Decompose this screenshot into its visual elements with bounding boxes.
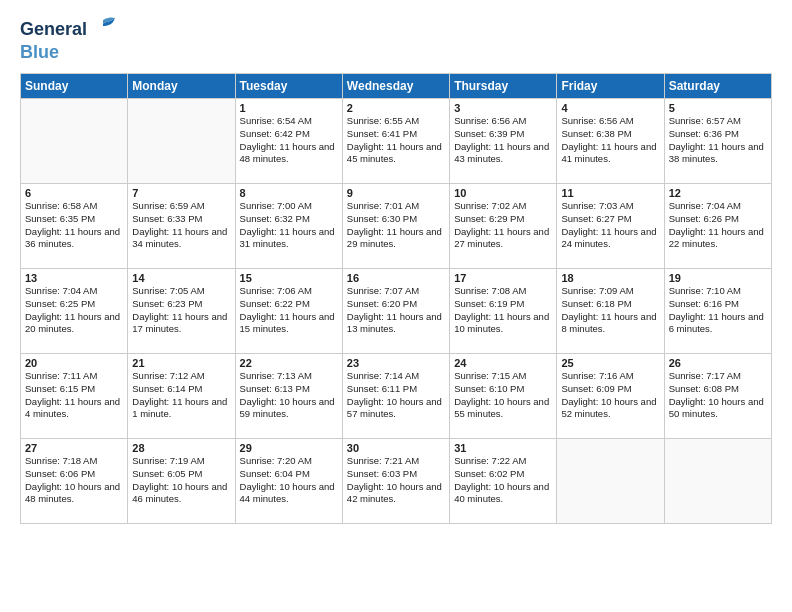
calendar-cell: 11Sunrise: 7:03 AM Sunset: 6:27 PM Dayli… [557,184,664,269]
day-info: Sunrise: 7:21 AM Sunset: 6:03 PM Dayligh… [347,455,445,506]
calendar-week-row: 27Sunrise: 7:18 AM Sunset: 6:06 PM Dayli… [21,439,772,524]
day-info: Sunrise: 7:11 AM Sunset: 6:15 PM Dayligh… [25,370,123,421]
header-wednesday: Wednesday [342,74,449,99]
day-number: 14 [132,272,230,284]
day-number: 23 [347,357,445,369]
day-number: 8 [240,187,338,199]
calendar-cell: 5Sunrise: 6:57 AM Sunset: 6:36 PM Daylig… [664,99,771,184]
day-number: 17 [454,272,552,284]
day-info: Sunrise: 7:10 AM Sunset: 6:16 PM Dayligh… [669,285,767,336]
day-number: 25 [561,357,659,369]
weekday-header-row: Sunday Monday Tuesday Wednesday Thursday… [21,74,772,99]
day-info: Sunrise: 7:22 AM Sunset: 6:02 PM Dayligh… [454,455,552,506]
day-number: 28 [132,442,230,454]
calendar-cell: 26Sunrise: 7:17 AM Sunset: 6:08 PM Dayli… [664,354,771,439]
calendar-cell: 25Sunrise: 7:16 AM Sunset: 6:09 PM Dayli… [557,354,664,439]
day-number: 19 [669,272,767,284]
day-info: Sunrise: 7:06 AM Sunset: 6:22 PM Dayligh… [240,285,338,336]
calendar-cell: 13Sunrise: 7:04 AM Sunset: 6:25 PM Dayli… [21,269,128,354]
day-number: 4 [561,102,659,114]
calendar-cell: 27Sunrise: 7:18 AM Sunset: 6:06 PM Dayli… [21,439,128,524]
calendar-cell: 4Sunrise: 6:56 AM Sunset: 6:38 PM Daylig… [557,99,664,184]
calendar-cell: 2Sunrise: 6:55 AM Sunset: 6:41 PM Daylig… [342,99,449,184]
day-number: 16 [347,272,445,284]
day-info: Sunrise: 7:13 AM Sunset: 6:13 PM Dayligh… [240,370,338,421]
logo-general: General [20,20,87,40]
day-number: 15 [240,272,338,284]
day-number: 31 [454,442,552,454]
calendar-cell: 3Sunrise: 6:56 AM Sunset: 6:39 PM Daylig… [450,99,557,184]
header-friday: Friday [557,74,664,99]
day-info: Sunrise: 6:58 AM Sunset: 6:35 PM Dayligh… [25,200,123,251]
day-info: Sunrise: 7:09 AM Sunset: 6:18 PM Dayligh… [561,285,659,336]
calendar-cell [21,99,128,184]
calendar-cell: 14Sunrise: 7:05 AM Sunset: 6:23 PM Dayli… [128,269,235,354]
day-number: 2 [347,102,445,114]
day-info: Sunrise: 7:03 AM Sunset: 6:27 PM Dayligh… [561,200,659,251]
calendar-cell: 9Sunrise: 7:01 AM Sunset: 6:30 PM Daylig… [342,184,449,269]
calendar-cell: 7Sunrise: 6:59 AM Sunset: 6:33 PM Daylig… [128,184,235,269]
header-sunday: Sunday [21,74,128,99]
header-tuesday: Tuesday [235,74,342,99]
day-number: 26 [669,357,767,369]
day-info: Sunrise: 7:04 AM Sunset: 6:25 PM Dayligh… [25,285,123,336]
calendar-week-row: 13Sunrise: 7:04 AM Sunset: 6:25 PM Dayli… [21,269,772,354]
day-info: Sunrise: 6:54 AM Sunset: 6:42 PM Dayligh… [240,115,338,166]
day-info: Sunrise: 7:20 AM Sunset: 6:04 PM Dayligh… [240,455,338,506]
calendar-cell: 12Sunrise: 7:04 AM Sunset: 6:26 PM Dayli… [664,184,771,269]
calendar-week-row: 6Sunrise: 6:58 AM Sunset: 6:35 PM Daylig… [21,184,772,269]
day-info: Sunrise: 7:14 AM Sunset: 6:11 PM Dayligh… [347,370,445,421]
day-number: 10 [454,187,552,199]
day-info: Sunrise: 7:08 AM Sunset: 6:19 PM Dayligh… [454,285,552,336]
calendar-cell: 23Sunrise: 7:14 AM Sunset: 6:11 PM Dayli… [342,354,449,439]
calendar-cell: 24Sunrise: 7:15 AM Sunset: 6:10 PM Dayli… [450,354,557,439]
day-info: Sunrise: 7:04 AM Sunset: 6:26 PM Dayligh… [669,200,767,251]
day-info: Sunrise: 6:59 AM Sunset: 6:33 PM Dayligh… [132,200,230,251]
day-info: Sunrise: 6:55 AM Sunset: 6:41 PM Dayligh… [347,115,445,166]
day-number: 24 [454,357,552,369]
calendar-week-row: 1Sunrise: 6:54 AM Sunset: 6:42 PM Daylig… [21,99,772,184]
calendar-cell: 18Sunrise: 7:09 AM Sunset: 6:18 PM Dayli… [557,269,664,354]
calendar-cell: 16Sunrise: 7:07 AM Sunset: 6:20 PM Dayli… [342,269,449,354]
day-number: 3 [454,102,552,114]
calendar-cell: 1Sunrise: 6:54 AM Sunset: 6:42 PM Daylig… [235,99,342,184]
day-info: Sunrise: 7:17 AM Sunset: 6:08 PM Dayligh… [669,370,767,421]
day-number: 11 [561,187,659,199]
header: General Blue [20,18,772,63]
calendar-cell: 29Sunrise: 7:20 AM Sunset: 6:04 PM Dayli… [235,439,342,524]
day-info: Sunrise: 7:05 AM Sunset: 6:23 PM Dayligh… [132,285,230,336]
day-number: 30 [347,442,445,454]
day-number: 20 [25,357,123,369]
calendar-cell: 10Sunrise: 7:02 AM Sunset: 6:29 PM Dayli… [450,184,557,269]
header-saturday: Saturday [664,74,771,99]
page: General Blue Sunday Monday Tuesday [0,0,792,534]
day-info: Sunrise: 7:15 AM Sunset: 6:10 PM Dayligh… [454,370,552,421]
day-number: 9 [347,187,445,199]
day-info: Sunrise: 7:01 AM Sunset: 6:30 PM Dayligh… [347,200,445,251]
calendar-cell: 6Sunrise: 6:58 AM Sunset: 6:35 PM Daylig… [21,184,128,269]
calendar-week-row: 20Sunrise: 7:11 AM Sunset: 6:15 PM Dayli… [21,354,772,439]
calendar-cell: 19Sunrise: 7:10 AM Sunset: 6:16 PM Dayli… [664,269,771,354]
calendar-cell: 21Sunrise: 7:12 AM Sunset: 6:14 PM Dayli… [128,354,235,439]
calendar-cell: 28Sunrise: 7:19 AM Sunset: 6:05 PM Dayli… [128,439,235,524]
calendar-cell [664,439,771,524]
day-number: 12 [669,187,767,199]
day-info: Sunrise: 7:02 AM Sunset: 6:29 PM Dayligh… [454,200,552,251]
day-number: 21 [132,357,230,369]
day-info: Sunrise: 6:56 AM Sunset: 6:38 PM Dayligh… [561,115,659,166]
day-number: 13 [25,272,123,284]
day-number: 1 [240,102,338,114]
calendar-cell: 22Sunrise: 7:13 AM Sunset: 6:13 PM Dayli… [235,354,342,439]
day-info: Sunrise: 6:57 AM Sunset: 6:36 PM Dayligh… [669,115,767,166]
day-info: Sunrise: 7:12 AM Sunset: 6:14 PM Dayligh… [132,370,230,421]
day-number: 6 [25,187,123,199]
calendar-table: Sunday Monday Tuesday Wednesday Thursday… [20,73,772,524]
day-info: Sunrise: 6:56 AM Sunset: 6:39 PM Dayligh… [454,115,552,166]
logo-bird-icon [89,14,117,42]
day-number: 22 [240,357,338,369]
header-thursday: Thursday [450,74,557,99]
day-number: 7 [132,187,230,199]
day-info: Sunrise: 7:18 AM Sunset: 6:06 PM Dayligh… [25,455,123,506]
day-info: Sunrise: 7:07 AM Sunset: 6:20 PM Dayligh… [347,285,445,336]
calendar-cell: 8Sunrise: 7:00 AM Sunset: 6:32 PM Daylig… [235,184,342,269]
